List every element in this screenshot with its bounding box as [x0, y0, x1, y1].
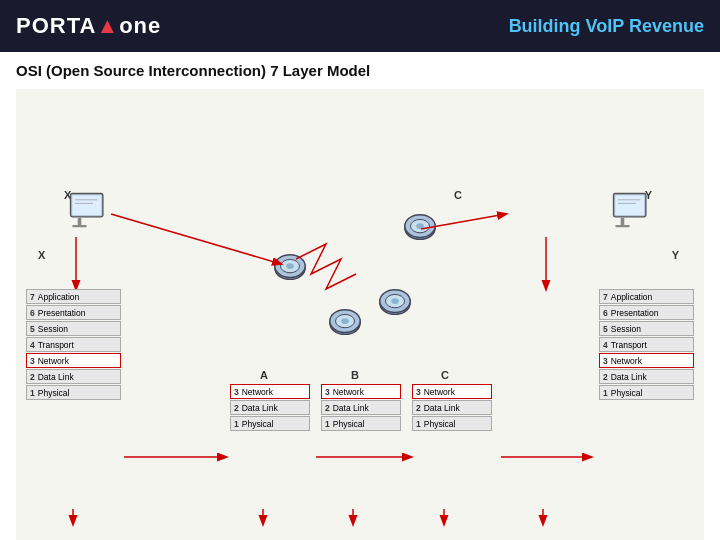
svg-point-23	[416, 223, 424, 229]
right-layer-7: 7 Application	[599, 289, 694, 304]
mid-c-layer-3: 3 Network	[412, 384, 492, 399]
svg-rect-9	[615, 195, 644, 215]
left-layer-7: 7 Application	[26, 289, 121, 304]
mid-c-layer-2: 2 Data Link	[412, 400, 492, 415]
mid-b-layer-1: 1 Physical	[321, 416, 401, 431]
osi-stack-mid-c: 3 Network 2 Data Link 1 Physical	[412, 384, 492, 431]
computer-y	[609, 189, 654, 238]
router-a	[271, 249, 309, 291]
label-x-side: X	[38, 249, 45, 261]
osi-stack-left: 7 Application 6 Presentation 5 Session 4…	[26, 289, 121, 400]
router-d	[376, 284, 414, 326]
left-layer-5: 5 Session	[26, 321, 121, 336]
router-c	[401, 209, 439, 251]
osi-stack-mid-b: 3 Network 2 Data Link 1 Physical	[321, 384, 401, 431]
main-content: OSI (Open Source Interconnection) 7 Laye…	[0, 52, 720, 540]
svg-rect-7	[621, 218, 625, 225]
right-layer-3: 3 Network	[599, 353, 694, 368]
computer-x	[66, 189, 111, 238]
osi-stack-right: 7 Application 6 Presentation 5 Session 4…	[599, 289, 694, 400]
svg-line-28	[111, 214, 281, 264]
svg-rect-1	[78, 218, 82, 225]
mid-c-layer-1: 1 Physical	[412, 416, 492, 431]
right-layer-4: 4 Transport	[599, 337, 694, 352]
mid-a-layer-1: 1 Physical	[230, 416, 310, 431]
label-c-top: C	[454, 189, 462, 201]
svg-point-19	[341, 318, 349, 324]
svg-point-27	[391, 298, 399, 304]
diagram: X X C Y Y A B C	[16, 89, 704, 540]
left-layer-1: 1 Physical	[26, 385, 121, 400]
svg-rect-3	[72, 195, 101, 215]
mid-a-layer-2: 2 Data Link	[230, 400, 310, 415]
mid-b-layer-3: 3 Network	[321, 384, 401, 399]
svg-rect-8	[615, 225, 629, 227]
mid-b-layer-2: 2 Data Link	[321, 400, 401, 415]
left-layer-4: 4 Transport	[26, 337, 121, 352]
router-b	[326, 304, 364, 346]
computer-y-icon	[609, 189, 654, 234]
page-title: OSI (Open Source Interconnection) 7 Laye…	[16, 62, 704, 79]
tagline: Building VoIP Revenue	[509, 16, 704, 37]
header: PORTA▲one Building VoIP Revenue	[0, 0, 720, 52]
svg-point-15	[286, 263, 294, 269]
router-b-icon	[326, 304, 364, 342]
label-c-mid: C	[441, 369, 449, 381]
right-layer-6: 6 Presentation	[599, 305, 694, 320]
logo: PORTA▲one	[16, 13, 161, 39]
router-d-icon	[376, 284, 414, 322]
label-b-mid: B	[351, 369, 359, 381]
label-a-mid: A	[260, 369, 268, 381]
computer-x-icon	[66, 189, 111, 234]
router-c-icon	[401, 209, 439, 247]
right-layer-1: 1 Physical	[599, 385, 694, 400]
osi-stack-mid-a: 3 Network 2 Data Link 1 Physical	[230, 384, 310, 431]
right-layer-2: 2 Data Link	[599, 369, 694, 384]
label-y-side: Y	[672, 249, 679, 261]
svg-rect-2	[72, 225, 86, 227]
right-layer-5: 5 Session	[599, 321, 694, 336]
left-layer-3: 3 Network	[26, 353, 121, 368]
left-layer-6: 6 Presentation	[26, 305, 121, 320]
mid-a-layer-3: 3 Network	[230, 384, 310, 399]
router-a-icon	[271, 249, 309, 287]
left-layer-2: 2 Data Link	[26, 369, 121, 384]
